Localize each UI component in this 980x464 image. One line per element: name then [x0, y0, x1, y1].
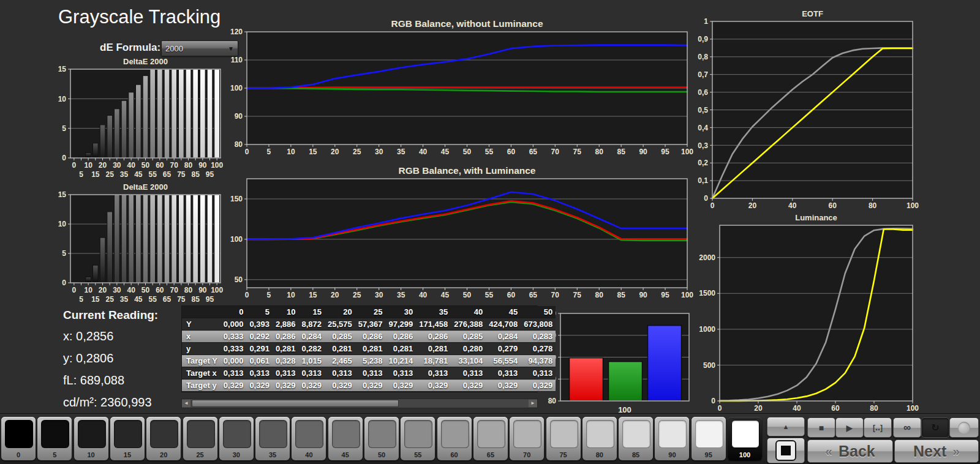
table-cell: 0,291 [246, 343, 273, 355]
pattern-chip [259, 420, 287, 448]
table-cell: 0,283 [521, 331, 556, 343]
svg-text:5: 5 [62, 249, 66, 258]
current-reading-fl: fL: 689,088 [63, 373, 158, 387]
svg-text:45: 45 [134, 170, 143, 179]
scrollbar-left-arrow-icon[interactable]: ◄ [182, 400, 190, 407]
table-cell: 0,329 [521, 380, 556, 392]
pattern-swatch-35[interactable]: 35 [255, 417, 290, 460]
interval-button[interactable]: [‥] [864, 417, 892, 438]
svg-text:0,4: 0,4 [698, 124, 708, 132]
pattern-swatch-15[interactable]: 15 [110, 417, 145, 460]
table-scrollbar[interactable]: ◄ ► [181, 399, 538, 408]
svg-text:10: 10 [287, 291, 295, 299]
interval-icon: [‥] [873, 424, 883, 432]
rgb-levels-bar-chart: 1008090100110120 [539, 302, 693, 416]
pattern-swatch-label: 40 [292, 451, 326, 458]
svg-text:10: 10 [287, 148, 295, 156]
pattern-swatch-5[interactable]: 5 [37, 417, 72, 460]
svg-text:40: 40 [419, 148, 428, 156]
svg-text:100: 100 [211, 286, 223, 294]
pattern-swatch-65[interactable]: 65 [473, 417, 508, 460]
svg-text:80: 80 [235, 140, 243, 149]
table-cell: 424,708 [486, 318, 521, 331]
table-cell: 1,015 [298, 355, 325, 367]
pattern-swatch-45[interactable]: 45 [328, 417, 363, 460]
svg-text:95: 95 [661, 291, 669, 299]
back-chevron-icon: « [825, 444, 832, 458]
svg-text:40: 40 [793, 404, 801, 413]
pattern-swatch-55[interactable]: 55 [401, 417, 435, 460]
svg-text:Luminance: Luminance [795, 213, 837, 222]
pattern-swatch-label: 90 [655, 451, 689, 458]
svg-text:85: 85 [617, 148, 625, 156]
svg-text:10: 10 [84, 286, 92, 294]
table-column-header: 50 [521, 306, 556, 318]
svg-text:85: 85 [191, 170, 200, 179]
table-cell: 0,285 [451, 331, 486, 343]
pattern-swatch-40[interactable]: 40 [292, 417, 326, 460]
svg-text:10: 10 [84, 161, 92, 170]
collapse-button[interactable]: ▲ [767, 417, 805, 436]
svg-text:0,9: 0,9 [698, 35, 708, 43]
pattern-swatch-label: 45 [328, 451, 363, 458]
svg-text:20: 20 [754, 404, 763, 413]
pattern-swatch-90[interactable]: 90 [655, 417, 689, 460]
pattern-swatch-30[interactable]: 30 [219, 417, 254, 460]
indicator-button[interactable] [949, 417, 979, 438]
pattern-swatch-80[interactable]: 80 [582, 417, 617, 460]
table-row: Y0,0000,3932,8868,87225,57557,36797,2991… [182, 318, 556, 331]
current-reading-x: x: 0,2856 [63, 329, 158, 343]
svg-text:0: 0 [72, 286, 76, 294]
svg-text:55: 55 [485, 291, 494, 299]
pattern-swatch-10[interactable]: 10 [74, 417, 108, 460]
table-cell: 0,313 [325, 367, 355, 380]
pattern-swatch-20[interactable]: 20 [146, 417, 181, 460]
pattern-swatch-75[interactable]: 75 [546, 417, 581, 460]
svg-text:70: 70 [551, 291, 560, 299]
svg-text:35: 35 [397, 291, 405, 299]
table-cell: 0,313 [355, 367, 386, 380]
svg-text:0,5: 0,5 [698, 106, 708, 114]
pattern-swatch-95[interactable]: 95 [692, 417, 726, 460]
scrollbar-right-arrow-icon[interactable]: ► [529, 400, 537, 407]
pattern-chip [477, 420, 505, 448]
svg-text:100: 100 [230, 235, 243, 244]
pattern-swatch-25[interactable]: 25 [183, 417, 217, 460]
pattern-swatch-85[interactable]: 85 [619, 417, 653, 460]
table-column-header: 20 [325, 306, 355, 318]
pattern-swatch-70[interactable]: 70 [510, 417, 544, 460]
pattern-swatch-label: 60 [437, 451, 472, 458]
svg-text:80: 80 [595, 148, 604, 156]
stop-square-icon [775, 440, 796, 461]
svg-text:100: 100 [230, 84, 243, 92]
svg-text:30: 30 [375, 291, 383, 299]
svg-text:EOTF: EOTF [802, 9, 823, 18]
svg-text:0,3: 0,3 [698, 141, 708, 150]
table-cell: 0,329 [386, 380, 417, 392]
stop-button[interactable]: ■ [807, 417, 835, 438]
table-cell: 0,313 [246, 367, 273, 380]
pattern-swatch-60[interactable]: 60 [437, 417, 472, 460]
table-row-label: Target x [182, 367, 221, 380]
svg-text:100: 100 [211, 161, 223, 170]
play-button[interactable]: ▶ [835, 417, 864, 438]
scrollbar-thumb[interactable] [192, 400, 399, 407]
svg-text:30: 30 [113, 286, 121, 294]
pattern-window-button[interactable] [767, 438, 805, 463]
svg-text:90: 90 [235, 112, 243, 121]
back-button[interactable]: « Back [807, 440, 893, 463]
continuous-button[interactable]: ∞ [893, 417, 921, 438]
svg-text:25: 25 [105, 295, 114, 304]
svg-text:95: 95 [206, 295, 214, 304]
pattern-swatch-0[interactable]: 0 [1, 417, 36, 460]
pattern-swatch-label: 85 [619, 451, 653, 458]
svg-text:1000: 1000 [699, 325, 715, 334]
table-column-header: 25 [355, 306, 386, 318]
svg-text:60: 60 [507, 148, 516, 156]
table-cell: 0,281 [416, 343, 451, 355]
next-button[interactable]: Next » [894, 440, 979, 463]
pattern-swatch-100[interactable]: 100 [728, 417, 762, 460]
svg-text:75: 75 [573, 291, 582, 299]
sync-button[interactable]: ↻ [921, 417, 949, 438]
pattern-swatch-50[interactable]: 50 [364, 417, 399, 460]
